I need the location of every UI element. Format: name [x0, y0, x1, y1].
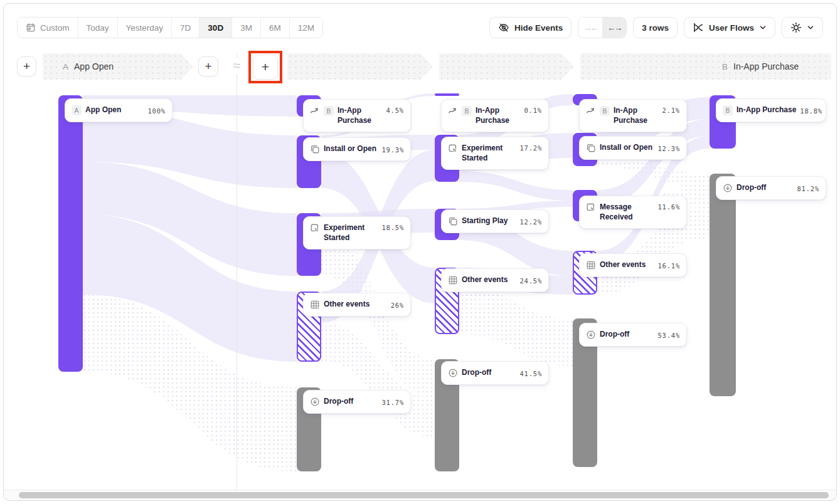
node-label: Install or Open — [600, 143, 654, 153]
flow-node-in-app-purchase-col3[interactable]: BIn-App Purchase0.1% — [441, 99, 549, 132]
date-range-6m[interactable]: 6M — [261, 18, 290, 38]
step-band-empty-1[interactable] — [287, 53, 433, 80]
flow-node-drop-off-col4[interactable]: Drop-off53.4% — [579, 323, 687, 347]
grid-icon — [586, 260, 596, 270]
hide-events-button[interactable]: Hide Events — [489, 17, 572, 38]
node-label: App Open — [85, 105, 144, 115]
add-step-button-middle[interactable]: + — [198, 56, 218, 76]
settings-button[interactable] — [782, 17, 823, 38]
eye-off-icon — [498, 22, 509, 33]
copy-icon — [310, 144, 320, 154]
view-selector-label: User Flows — [709, 23, 754, 33]
node-label: In-App Purchase — [476, 106, 521, 125]
flow-node-other-events-col3[interactable]: Other events24.5% — [441, 268, 549, 292]
flow-node-other-events-col2[interactable]: Other events26% — [303, 293, 411, 317]
flow-node-install-or-open-col2[interactable]: Install or Open19.3% — [303, 137, 411, 161]
step-label: In-App Purchase — [733, 61, 799, 71]
date-range-today[interactable]: Today — [78, 18, 118, 38]
node-label: In-App Purchase — [736, 105, 796, 115]
event-badge: A — [72, 105, 82, 115]
node-label: Starting Play — [462, 216, 516, 226]
flow-bar-in-app-purchase-col3[interactable] — [435, 93, 459, 96]
node-label: Other events — [600, 260, 654, 270]
flow-node-experiment-started-col3[interactable]: Experiment Started17.2% — [441, 137, 549, 170]
node-percentage: 12.2% — [519, 218, 542, 226]
add-step-button-highlighted[interactable]: + — [253, 55, 278, 80]
add-step-button-left[interactable]: + — [17, 56, 36, 76]
flow-node-drop-off-col3[interactable]: Drop-off41.5% — [441, 361, 549, 385]
flow-node-in-app-purchase-col4[interactable]: BIn-App Purchase2.1% — [579, 99, 687, 132]
event-badge: B — [324, 106, 334, 116]
node-label: Experiment Started — [324, 223, 378, 243]
chevron-down-icon — [807, 24, 814, 31]
node-label: Other events — [324, 300, 387, 310]
horizontal-scrollbar-thumb[interactable] — [19, 492, 829, 498]
date-range-3m[interactable]: 3M — [232, 18, 261, 38]
drop-off-icon — [723, 183, 733, 193]
rows-button[interactable]: 3 rows — [633, 17, 678, 38]
node-percentage: 12.3% — [657, 145, 680, 152]
collapse-columns-button[interactable]: →← — [578, 18, 602, 38]
click-icon — [310, 223, 320, 233]
flow-node-starting-play-col3[interactable]: Starting Play12.2% — [441, 209, 549, 233]
flow-node-drop-off-col5[interactable]: Drop-off81.2% — [716, 176, 826, 200]
expand-columns-button[interactable]: ←→ — [602, 18, 626, 38]
node-label: Drop-off — [600, 330, 654, 340]
steps-header: + A App Open + ≈ + B In-App Purchase — [0, 53, 840, 80]
node-percentage: 26% — [391, 302, 404, 309]
grid-icon — [310, 300, 320, 310]
flow-node-in-app-purchase-col2[interactable]: BIn-App Purchase4.5% — [303, 99, 411, 132]
flow-node-app-open-col1[interactable]: AApp Open100% — [65, 98, 173, 122]
node-label: Install or Open — [324, 144, 378, 154]
node-percentage: 16.1% — [657, 262, 680, 270]
flow-node-drop-off-col2[interactable]: Drop-off31.7% — [303, 390, 411, 414]
first-step-divider — [237, 53, 237, 490]
date-range-label: 6M — [269, 23, 281, 33]
date-range-12m[interactable]: 12M — [290, 18, 322, 38]
node-label: Drop-off — [736, 183, 793, 193]
date-range-label: 12M — [298, 23, 314, 33]
flow-node-other-events-col4[interactable]: Other events16.1% — [579, 253, 687, 277]
trend-arrow-icon — [448, 106, 458, 116]
calendar-icon — [26, 23, 36, 33]
approx-symbol: ≈ — [227, 58, 246, 74]
drop-off-icon — [586, 330, 596, 340]
horizontal-scrollbar-track — [4, 490, 836, 500]
date-range-label: Yesterday — [126, 23, 164, 33]
step-band-empty-2[interactable] — [439, 53, 574, 80]
step-label: App Open — [74, 61, 114, 71]
node-percentage: 41.5% — [519, 370, 542, 377]
date-range-group: CustomTodayYesterday7D30D3M6M12M — [17, 17, 323, 38]
flows-chart-icon — [693, 22, 704, 33]
width-segmented-control: →← ←→ — [578, 17, 627, 38]
event-badge: B — [600, 106, 610, 116]
node-percentage: 17.2% — [519, 144, 542, 152]
flow-node-experiment-started-col2[interactable]: Experiment Started18.5% — [303, 216, 411, 249]
view-selector-button[interactable]: User Flows — [684, 17, 775, 38]
date-range-yesterday[interactable]: Yesterday — [118, 18, 173, 38]
flow-bar-drop-off-col5[interactable] — [710, 174, 736, 396]
date-range-label: 30D — [208, 23, 223, 33]
date-range-7d[interactable]: 7D — [172, 18, 199, 38]
click-icon — [448, 144, 458, 154]
node-percentage: 100% — [148, 107, 166, 115]
node-percentage: 53.4% — [657, 332, 680, 339]
flow-bar-app-open-col1[interactable] — [58, 95, 83, 372]
date-range-30d[interactable]: 30D — [199, 18, 232, 38]
node-percentage: 18.5% — [381, 224, 404, 231]
step-band-app-open[interactable]: A App Open — [43, 53, 193, 80]
flow-node-install-or-open-col4[interactable]: Install or Open12.3% — [579, 136, 687, 160]
node-percentage: 11.6% — [657, 203, 680, 211]
node-label: Drop-off — [462, 368, 516, 378]
flow-node-message-received-col4[interactable]: Message Received11.6% — [579, 196, 687, 229]
copy-icon — [448, 216, 458, 226]
node-label: In-App Purchase — [338, 106, 383, 125]
flow-link — [459, 171, 573, 201]
node-percentage: 2.1% — [662, 107, 681, 114]
node-label: Message Received — [600, 202, 654, 222]
event-badge: B — [462, 106, 472, 116]
flow-node-in-app-purchase-col5[interactable]: BIn-App Purchase18.8% — [716, 98, 826, 122]
step-band-in-app-purchase[interactable]: B In-App Purchase — [580, 53, 831, 80]
node-percentage: 0.1% — [524, 107, 543, 114]
date-range-custom[interactable]: Custom — [18, 18, 78, 38]
